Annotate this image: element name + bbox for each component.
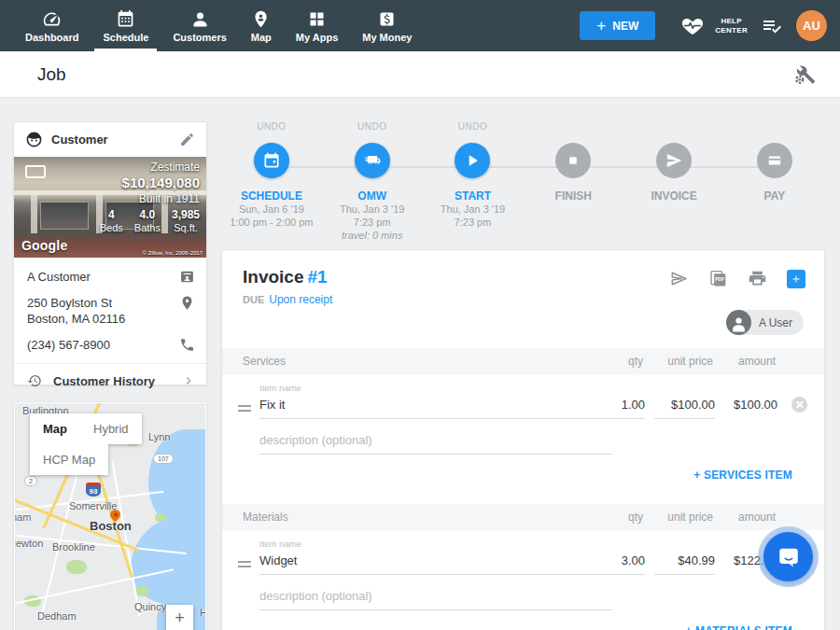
amount-column-header: amount xyxy=(738,511,776,524)
map-type-map-button[interactable]: Map xyxy=(30,413,80,444)
invoice-number: #1 xyxy=(307,267,327,287)
property-photo[interactable]: Zestimate $10,149,080 Built in 1911 4Bed… xyxy=(14,157,206,258)
phone-icon[interactable] xyxy=(179,337,195,353)
route-badge: 107 xyxy=(153,454,174,464)
timeline-step-pay: PAY xyxy=(724,121,825,243)
services-section: Services qty unit price amount Item name… xyxy=(222,348,824,504)
nav-item-my-money[interactable]: My Money xyxy=(350,0,424,51)
undo-start-button[interactable]: UNDO xyxy=(423,121,524,133)
schedule-icon xyxy=(116,9,135,29)
customer-card-title: Customer xyxy=(51,133,108,147)
map-zoom-in-button[interactable]: + xyxy=(166,605,193,630)
support-chat-button[interactable] xyxy=(763,532,813,581)
customer-card: Customer Zestimate $10,149,080 Built in … xyxy=(13,121,207,385)
map-label: Lynn xyxy=(148,431,170,442)
pay-step-button[interactable] xyxy=(757,143,792,178)
map-card: Burlington Lynn 107 2 93 Somerville ham … xyxy=(13,401,207,630)
materials-section: Materials qty unit price amount Item nam… xyxy=(222,504,824,630)
hcp-map-button[interactable]: HCP Map xyxy=(30,444,108,475)
printer-icon xyxy=(748,269,767,288)
pdf-icon: PDF xyxy=(708,269,728,288)
add-materials-item-button[interactable]: + MATERIALS ITEM xyxy=(685,624,792,630)
health-heart-icon[interactable] xyxy=(681,15,704,37)
drag-handle[interactable] xyxy=(238,405,251,414)
map-label: Quincy xyxy=(134,601,166,612)
item-name-input[interactable] xyxy=(259,394,612,419)
qty-input[interactable] xyxy=(594,394,645,419)
wrench-gear-icon xyxy=(793,63,816,86)
customer-phone: (234) 567-8900 xyxy=(27,337,110,353)
streetview-icon xyxy=(25,165,46,178)
nav-label: Schedule xyxy=(103,32,148,43)
nav-label: My Apps xyxy=(296,32,338,43)
undo-omw-button[interactable]: UNDO xyxy=(322,121,423,133)
customer-face-icon xyxy=(25,131,43,148)
finish-step-button[interactable] xyxy=(555,143,591,178)
map-type-hybrid-button[interactable]: Hybrid xyxy=(80,413,142,444)
map-label: Newton xyxy=(15,538,43,549)
pencil-icon xyxy=(179,132,195,147)
drag-handle[interactable] xyxy=(238,561,251,570)
line-amount: $100.00 xyxy=(701,398,777,412)
add-services-item-button[interactable]: + SERVICES ITEM xyxy=(693,469,792,482)
assigned-user-chip[interactable]: A User xyxy=(726,310,804,335)
undo-schedule-button[interactable]: UNDO xyxy=(221,121,322,133)
schedule-step-button[interactable] xyxy=(254,143,289,178)
print-button[interactable] xyxy=(748,269,767,288)
section-title: Materials xyxy=(243,511,288,524)
unit-price-column-header: unit price xyxy=(667,511,713,524)
checklist-icon[interactable] xyxy=(761,15,783,37)
qty-input[interactable] xyxy=(594,550,645,575)
send-invoice-button[interactable] xyxy=(669,269,689,288)
nav-item-map[interactable]: Map xyxy=(239,0,284,51)
timeline-step-start: UNDO START Thu, Jan 3 '19 7:23 pm xyxy=(423,121,524,243)
edit-customer-button[interactable] xyxy=(179,132,195,147)
section-title: Services xyxy=(243,355,286,368)
help-center-button[interactable]: HELP CENTER xyxy=(715,17,748,35)
start-step-button[interactable] xyxy=(455,143,490,178)
send-icon xyxy=(669,269,689,288)
calendar-icon xyxy=(262,151,281,170)
user-avatar[interactable]: AU xyxy=(796,10,827,41)
job-settings-button[interactable] xyxy=(793,63,816,86)
pdf-button[interactable]: PDF xyxy=(708,269,728,288)
zestimate-value: $10,149,080 xyxy=(100,175,200,190)
nav-item-schedule[interactable]: Schedule xyxy=(91,0,161,51)
google-map[interactable]: Burlington Lynn 107 2 93 Somerville ham … xyxy=(15,403,205,630)
interstate-93-shield: 93 xyxy=(86,483,101,497)
timeline-step-invoice: INVOICE xyxy=(623,121,724,243)
svg-text:PDF: PDF xyxy=(715,277,724,282)
plus-icon xyxy=(791,273,802,285)
due-terms-link[interactable]: Upon receipt xyxy=(269,293,332,306)
item-name-label: Item name xyxy=(259,539,301,549)
assigned-user-name: A User xyxy=(759,316,792,329)
dashboard-icon xyxy=(42,9,62,29)
omw-step-button[interactable] xyxy=(355,143,390,178)
invoice-step-button[interactable] xyxy=(656,143,692,178)
contact-card-icon[interactable] xyxy=(179,269,195,285)
page-title: Job xyxy=(37,64,66,85)
remove-item-button[interactable] xyxy=(791,397,807,413)
nav-item-customers[interactable]: Customers xyxy=(161,0,238,51)
add-invoice-item-button[interactable] xyxy=(787,270,805,288)
nav-item-my-apps[interactable]: My Apps xyxy=(284,0,350,51)
location-pin-icon[interactable] xyxy=(179,295,195,311)
item-name-label: Item name xyxy=(259,383,301,393)
customer-history-button[interactable]: Customer History xyxy=(14,363,206,398)
item-name-input[interactable] xyxy=(259,550,612,575)
customer-name: A Customer xyxy=(27,269,91,285)
new-button[interactable]: + NEW xyxy=(580,11,655,40)
line-item-row: Item name $100.00 + SERVICES ITEM xyxy=(222,374,824,504)
credit-card-icon xyxy=(765,151,784,170)
map-label: Somerville xyxy=(69,500,117,511)
nav-item-dashboard[interactable]: Dashboard xyxy=(13,0,91,51)
nav-label: My Money xyxy=(362,32,412,43)
description-input[interactable] xyxy=(259,429,612,455)
chat-bubble-icon xyxy=(777,545,801,569)
map-pin-icon xyxy=(251,9,271,29)
map-label: ham xyxy=(15,511,31,523)
description-input[interactable] xyxy=(259,585,612,610)
qty-column-header: qty xyxy=(628,511,643,524)
map-water xyxy=(148,429,205,527)
line-item-row: Item name $122.97 + MATERIALS ITEM xyxy=(222,530,824,630)
